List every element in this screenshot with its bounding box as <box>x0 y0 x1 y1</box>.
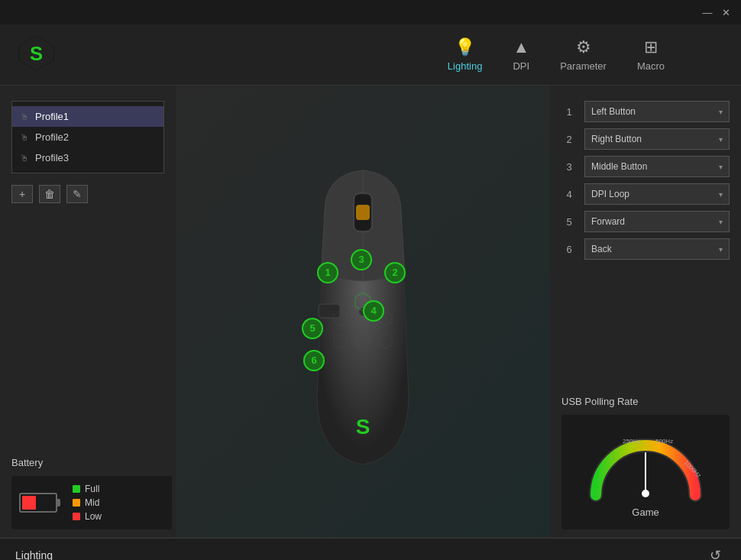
full-dot <box>73 485 80 493</box>
add-profile-button[interactable]: + <box>11 185 33 203</box>
button-number-2: 2 <box>561 134 577 145</box>
delete-profile-button[interactable]: 🗑 <box>39 185 60 203</box>
nav-parameter-label: Parameter <box>560 60 607 72</box>
mid-dot <box>73 499 80 507</box>
profile-list: 🖱 Profile1 🖱 Profile2 🖱 Profile3 <box>11 101 164 173</box>
nav-dpi-label: DPI <box>513 60 529 72</box>
low-dot <box>73 513 80 520</box>
close-button[interactable]: ✕ <box>717 3 735 21</box>
lighting-header: Lighting ↺ <box>15 539 726 560</box>
select-arrow-icon-6: ▾ <box>719 245 723 254</box>
button-select-3[interactable]: Middle Button ▾ <box>584 156 730 177</box>
select-arrow-icon-2: ▾ <box>719 135 723 144</box>
select-arrow-icon-5: ▾ <box>719 218 723 226</box>
nav-macro-label: Macro <box>637 60 665 72</box>
button-select-4[interactable]: DPI Loop ▾ <box>584 183 730 205</box>
button-select-label-3: Middle Button <box>591 161 647 172</box>
mid-label: Mid <box>85 497 99 508</box>
profile-name-1: Profile1 <box>35 111 69 122</box>
dpi-icon: ▲ <box>513 37 529 57</box>
battery-legend-mid: Mid <box>73 497 102 508</box>
button-number-4: 4 <box>561 189 577 200</box>
mouse-button-3[interactable]: 3 <box>351 249 372 270</box>
battery-icon <box>19 493 57 513</box>
svg-text:250Hz: 250Hz <box>623 438 640 445</box>
button-row-4: 4 DPI Loop ▾ <box>561 183 730 205</box>
left-panel: 🖱 Profile1 🖱 Profile2 🖱 Profile3 + 🗑 ✎ B… <box>0 86 176 537</box>
profile-item-3[interactable]: 🖱 Profile3 <box>12 147 163 168</box>
right-panel: 1 Left Button ▾ 2 Right Button ▾ 3 Middl… <box>550 86 741 537</box>
battery-legend-full: Full <box>73 484 102 494</box>
select-arrow-icon-3: ▾ <box>719 163 723 171</box>
mouse-button-6[interactable]: 6 <box>303 350 325 371</box>
button-select-label-4: DPI Loop <box>591 189 629 199</box>
nav-parameter[interactable]: ⚙ Parameter <box>560 37 607 72</box>
battery-content: Full Mid Low <box>11 476 172 529</box>
button-number-6: 6 <box>561 244 577 255</box>
button-select-2[interactable]: Right Button ▾ <box>584 128 730 150</box>
mouse-display: S 1 2 3 4 5 6 <box>256 151 470 472</box>
mouse-button-4[interactable]: 4 <box>363 300 384 322</box>
profile-icon-2: 🖱 <box>20 132 29 143</box>
svg-text:500Hz: 500Hz <box>655 438 673 445</box>
nav-lighting[interactable]: 💡 Lighting <box>448 37 483 72</box>
mouse-button-2[interactable]: 2 <box>384 262 406 283</box>
mouse-button-5[interactable]: 5 <box>302 318 323 339</box>
svg-text:S: S <box>356 415 370 439</box>
svg-text:125Hz: 125Hz <box>592 501 610 503</box>
button-row-1: 1 Left Button ▾ <box>561 101 730 122</box>
profile-name-2: Profile2 <box>35 131 69 143</box>
battery-title: Battery <box>11 457 172 468</box>
titlebar: — ✕ <box>0 0 741 24</box>
minimize-button[interactable]: — <box>698 3 717 21</box>
button-select-1[interactable]: Left Button ▾ <box>584 101 730 122</box>
gauge-svg: 125Hz 250Hz 500Hz 1000Hz <box>584 426 707 503</box>
button-select-5[interactable]: Forward ▾ <box>584 211 730 232</box>
button-row-5: 5 Forward ▾ <box>561 211 730 232</box>
battery-bar-low <box>22 496 36 510</box>
button-number-5: 5 <box>561 216 577 228</box>
mouse-button-1[interactable]: 1 <box>317 262 338 283</box>
top-navigation: S 💡 Lighting ▲ DPI ⚙ Parameter ⊞ Macro <box>0 24 741 86</box>
lighting-icon: 💡 <box>455 37 475 57</box>
select-arrow-icon-1: ▾ <box>719 108 723 116</box>
reset-button[interactable]: ↺ <box>704 545 726 561</box>
profile-icon-1: 🖱 <box>20 112 29 122</box>
button-row-6: 6 Back ▾ <box>561 238 730 260</box>
svg-point-15 <box>642 490 649 497</box>
button-number-1: 1 <box>561 106 577 118</box>
edit-profile-button[interactable]: ✎ <box>66 185 88 203</box>
battery-section: Battery Full Mid Low <box>11 457 172 529</box>
lighting-section-title: Lighting <box>15 549 53 561</box>
profile-item-2[interactable]: 🖱 Profile2 <box>12 127 163 147</box>
mouse-center: S 1 2 3 4 5 6 <box>176 86 550 537</box>
nav-dpi[interactable]: ▲ DPI <box>513 37 529 72</box>
profile-item-1[interactable]: 🖱 Profile1 <box>12 106 163 127</box>
svg-rect-4 <box>356 205 370 220</box>
main-content: 🖱 Profile1 🖱 Profile2 🖱 Profile3 + 🗑 ✎ B… <box>0 86 741 537</box>
profile-name-3: Profile3 <box>35 152 69 163</box>
svg-text:S: S <box>30 43 43 64</box>
polling-game-label: Game <box>632 507 658 518</box>
button-mappings: 1 Left Button ▾ 2 Right Button ▾ 3 Middl… <box>561 101 730 260</box>
battery-legend: Full Mid Low <box>73 484 102 522</box>
battery-legend-low: Low <box>73 511 102 522</box>
nav-items: 💡 Lighting ▲ DPI ⚙ Parameter ⊞ Macro <box>448 37 665 72</box>
button-select-label-5: Forward <box>591 216 625 227</box>
button-select-label-6: Back <box>591 244 612 254</box>
low-label: Low <box>85 511 102 522</box>
gauge-container: 125Hz 250Hz 500Hz 1000Hz Game <box>561 415 730 529</box>
macro-icon: ⊞ <box>644 37 658 57</box>
full-label: Full <box>85 484 99 494</box>
profile-icon-3: 🖱 <box>20 153 29 163</box>
nav-lighting-label: Lighting <box>448 60 483 72</box>
select-arrow-icon-4: ▾ <box>719 190 723 199</box>
polling-title: USB Polling Rate <box>561 396 730 407</box>
button-row-2: 2 Right Button ▾ <box>561 128 730 150</box>
profile-actions: + 🗑 ✎ <box>11 185 164 203</box>
svg-rect-6 <box>319 304 340 318</box>
parameter-icon: ⚙ <box>576 37 591 57</box>
button-select-6[interactable]: Back ▾ <box>584 238 730 260</box>
button-select-label-2: Right Button <box>591 134 642 144</box>
nav-macro[interactable]: ⊞ Macro <box>637 37 665 72</box>
